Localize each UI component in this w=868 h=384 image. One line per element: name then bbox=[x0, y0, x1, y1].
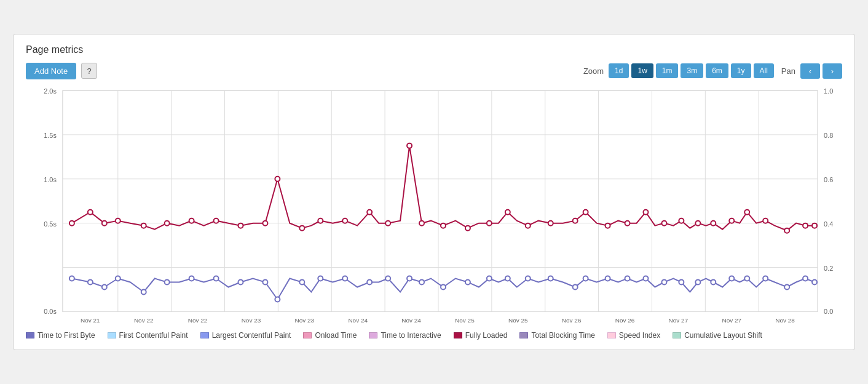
svg-text:Nov 23: Nov 23 bbox=[242, 317, 261, 324]
svg-point-66 bbox=[505, 209, 510, 214]
svg-point-58 bbox=[342, 218, 347, 223]
svg-point-92 bbox=[238, 279, 243, 284]
svg-point-73 bbox=[643, 209, 648, 214]
legend-swatch-lcp bbox=[200, 332, 209, 338]
svg-point-86 bbox=[102, 284, 107, 289]
svg-point-122 bbox=[812, 279, 817, 284]
toolbar: Add Note ? Zoom 1d 1w 1m 3m 6m 1y All Pa… bbox=[26, 63, 842, 79]
svg-point-99 bbox=[385, 276, 390, 281]
chart-svg: 2.0s 1.5s 1.0s 0.5s 0.0s 1.0 0.8 0.6 0.4… bbox=[26, 84, 842, 324]
svg-point-67 bbox=[526, 223, 531, 228]
svg-point-63 bbox=[441, 223, 446, 228]
zoom-6m-button[interactable]: 6m bbox=[706, 63, 728, 78]
svg-point-76 bbox=[695, 220, 700, 225]
svg-point-116 bbox=[711, 279, 716, 284]
legend-item-cls: Cumulative Layout Shift bbox=[673, 331, 762, 340]
zoom-3m-button[interactable]: 3m bbox=[681, 63, 703, 78]
page-metrics-card: Page metrics Add Note ? Zoom 1d 1w 1m 3m… bbox=[13, 34, 855, 350]
svg-point-79 bbox=[744, 209, 749, 214]
legend-swatch-si bbox=[607, 332, 616, 338]
svg-text:Nov 28: Nov 28 bbox=[775, 317, 795, 324]
legend-item-fl: Fully Loaded bbox=[454, 331, 508, 340]
legend-label-tti: Time to Interactive bbox=[381, 331, 441, 340]
legend-item-si: Speed Index bbox=[607, 331, 660, 340]
svg-point-119 bbox=[763, 276, 768, 281]
legend-item-onload: Onload Time bbox=[303, 331, 357, 340]
zoom-section: Zoom 1d 1w 1m 3m 6m 1y All Pan ‹ › bbox=[583, 63, 842, 79]
legend-item-lcp: Largest Contentful Paint bbox=[200, 331, 291, 340]
svg-text:0.4: 0.4 bbox=[824, 220, 833, 227]
zoom-1y-button[interactable]: 1y bbox=[731, 63, 751, 78]
svg-point-61 bbox=[407, 143, 412, 148]
svg-point-69 bbox=[573, 218, 578, 223]
svg-point-72 bbox=[625, 220, 630, 225]
svg-point-112 bbox=[643, 276, 648, 281]
page-title: Page metrics bbox=[26, 44, 842, 55]
zoom-1d-button[interactable]: 1d bbox=[609, 63, 629, 78]
svg-point-52 bbox=[214, 218, 219, 223]
svg-point-93 bbox=[262, 279, 267, 284]
svg-point-62 bbox=[419, 220, 424, 225]
svg-text:0.6: 0.6 bbox=[824, 176, 833, 183]
svg-point-118 bbox=[744, 276, 749, 281]
svg-rect-0 bbox=[63, 90, 818, 311]
svg-text:Nov 23: Nov 23 bbox=[295, 317, 315, 324]
zoom-1w-button[interactable]: 1w bbox=[631, 63, 653, 78]
svg-point-114 bbox=[679, 279, 684, 284]
svg-text:Nov 24: Nov 24 bbox=[401, 317, 421, 324]
svg-point-81 bbox=[784, 228, 789, 233]
svg-text:0.5s: 0.5s bbox=[44, 220, 57, 227]
svg-point-46 bbox=[88, 209, 93, 214]
legend-swatch-onload bbox=[303, 332, 312, 338]
svg-point-84 bbox=[69, 276, 74, 281]
legend-label-lcp: Largest Contentful Paint bbox=[212, 331, 291, 340]
legend-label-fcp: First Contentful Paint bbox=[119, 331, 188, 340]
svg-text:1.5s: 1.5s bbox=[44, 132, 57, 139]
svg-point-96 bbox=[318, 276, 323, 281]
svg-text:1.0s: 1.0s bbox=[44, 176, 57, 183]
svg-text:Nov 27: Nov 27 bbox=[722, 317, 741, 324]
svg-point-57 bbox=[318, 218, 323, 223]
legend-swatch-fl bbox=[454, 332, 462, 338]
svg-point-85 bbox=[88, 279, 93, 284]
svg-point-54 bbox=[262, 220, 267, 225]
pan-next-button[interactable]: › bbox=[823, 63, 842, 79]
svg-point-87 bbox=[116, 276, 120, 281]
chart-container: 2.0s 1.5s 1.0s 0.5s 0.0s 1.0 0.8 0.6 0.4… bbox=[26, 84, 842, 326]
svg-point-74 bbox=[661, 220, 666, 225]
svg-point-91 bbox=[214, 276, 219, 281]
svg-point-121 bbox=[803, 276, 808, 281]
svg-point-100 bbox=[407, 276, 412, 281]
zoom-all-button[interactable]: All bbox=[754, 63, 774, 78]
legend-label-cls: Cumulative Layout Shift bbox=[684, 331, 762, 340]
svg-point-80 bbox=[763, 218, 768, 223]
svg-point-109 bbox=[583, 276, 588, 281]
legend-swatch-tbt bbox=[519, 332, 528, 338]
svg-text:Nov 27: Nov 27 bbox=[669, 317, 688, 324]
svg-point-59 bbox=[367, 209, 372, 214]
add-note-button[interactable]: Add Note bbox=[26, 63, 76, 79]
pan-label: Pan bbox=[781, 66, 795, 76]
svg-point-115 bbox=[695, 279, 700, 284]
legend-item-tti: Time to Interactive bbox=[369, 331, 441, 340]
svg-text:Nov 21: Nov 21 bbox=[81, 317, 100, 324]
pan-prev-button[interactable]: ‹ bbox=[800, 63, 820, 79]
svg-point-120 bbox=[784, 284, 789, 289]
svg-point-108 bbox=[573, 284, 578, 289]
legend-label-tbt: Total Blocking Time bbox=[531, 331, 594, 340]
svg-point-64 bbox=[465, 225, 470, 230]
svg-point-110 bbox=[606, 276, 610, 281]
svg-point-88 bbox=[141, 289, 146, 294]
svg-text:Nov 24: Nov 24 bbox=[348, 317, 368, 324]
svg-point-107 bbox=[548, 276, 553, 281]
legend-item-ttfb: Time to First Byte bbox=[26, 331, 95, 340]
svg-point-48 bbox=[116, 218, 120, 223]
svg-point-94 bbox=[275, 297, 280, 302]
svg-point-50 bbox=[165, 220, 170, 225]
svg-text:0.2: 0.2 bbox=[824, 264, 833, 271]
svg-point-78 bbox=[729, 218, 734, 223]
svg-point-111 bbox=[625, 276, 630, 281]
legend-swatch-fcp bbox=[108, 332, 116, 338]
zoom-1m-button[interactable]: 1m bbox=[656, 63, 679, 78]
help-button[interactable]: ? bbox=[81, 63, 97, 79]
